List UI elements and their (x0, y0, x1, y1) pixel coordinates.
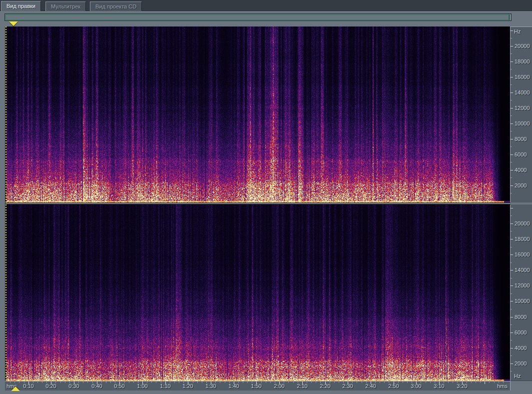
time-unit-label-right: hms (497, 383, 508, 389)
range-bar-track[interactable] (4, 14, 512, 21)
selection-edge-line-right-channel[interactable] (5, 204, 6, 381)
time-tick (489, 382, 490, 383)
time-label: 0:10 (17, 383, 39, 389)
freq-tick (511, 116, 512, 116)
freq-tick (511, 186, 513, 186)
tab-edit-view[interactable]: Вид правки (1, 1, 41, 11)
time-tick (494, 382, 495, 383)
freq-label: 16000 (515, 74, 530, 80)
freq-label: 18000 (515, 58, 530, 64)
time-label: 1:00 (131, 383, 153, 389)
freq-tick (511, 154, 513, 155)
freq-label: 12000 (515, 282, 530, 288)
freq-label: 20000 (515, 220, 530, 226)
tab-cd-project[interactable]: Вид проекта CD (90, 2, 142, 11)
selection-start-marker-top[interactable] (9, 22, 18, 26)
freq-tick (511, 46, 513, 46)
time-label: 1:30 (200, 383, 222, 389)
tab-multitrack[interactable]: Мультитрек (45, 2, 86, 11)
spectrogram-canvas-right-channel[interactable] (5, 204, 511, 381)
time-label: 0:20 (40, 383, 62, 389)
spectrogram-canvas-left-channel[interactable] (5, 26, 511, 202)
freq-tick (511, 139, 513, 140)
time-ruler[interactable]: hmshms0:100:200:300:400:501:001:101:201:… (5, 381, 511, 390)
freq-tick (511, 178, 512, 178)
freq-label: 10000 (515, 298, 530, 304)
freq-tick (511, 364, 513, 364)
freq-tick (511, 69, 512, 70)
frequency-ruler-left-channel[interactable]: Hz20004000600080001000012000140001600018… (510, 26, 532, 202)
freq-label: 18000 (515, 236, 530, 242)
freq-tick (511, 294, 512, 294)
selection-edge-line-left-channel[interactable] (5, 26, 6, 202)
time-label: 2:40 (360, 383, 382, 389)
freq-label: 16000 (515, 252, 530, 258)
time-label: 1:10 (154, 383, 176, 389)
freq-tick (511, 92, 513, 93)
freq-label: 10000 (515, 120, 530, 126)
freq-tick (511, 146, 512, 147)
time-label: 2:20 (314, 383, 336, 389)
freq-label: 6000 (515, 152, 527, 158)
freq-tick (511, 77, 513, 78)
freq-tick (511, 208, 513, 208)
freq-tick (511, 100, 512, 100)
time-tick (499, 382, 499, 383)
freq-tick (511, 108, 513, 108)
time-tick (485, 382, 485, 384)
freq-tick (511, 270, 513, 270)
freq-label: 2000 (515, 182, 527, 188)
freq-tick (511, 332, 513, 333)
time-label: 2:30 (337, 383, 359, 389)
range-bar[interactable] (5, 14, 509, 20)
time-label: 1:40 (223, 383, 245, 389)
time-label: 1:20 (177, 383, 199, 389)
time-tick (476, 382, 476, 383)
freq-tick (511, 162, 512, 162)
freq-tick (511, 262, 512, 263)
freq-tick (511, 317, 513, 318)
time-tick (14, 382, 15, 383)
range-bar-end-cap (509, 14, 511, 20)
freq-unit-label: Hz (514, 28, 521, 34)
time-label: 3:00 (405, 383, 427, 389)
view-tabbar: Вид правкиМультитрекВид проекта CD (0, 0, 532, 11)
time-label: 3:10 (428, 383, 450, 389)
freq-tick (511, 254, 513, 255)
freq-label: 2000 (515, 360, 527, 366)
freq-tick (511, 371, 512, 372)
time-label: 0:40 (86, 383, 108, 389)
freq-tick (511, 239, 513, 240)
freq-tick (511, 38, 512, 38)
freq-label: 12000 (515, 105, 530, 111)
frequency-ruler-right-channel[interactable]: Hz20004000600080001000012000140001600018… (510, 204, 532, 381)
time-label: 1:50 (245, 383, 267, 389)
freq-tick (511, 278, 512, 278)
time-label: 2:50 (383, 383, 405, 389)
freq-tick (511, 224, 513, 224)
freq-unit-label: Hz (514, 373, 521, 379)
freq-tick (511, 247, 512, 248)
selection-start-marker-bottom[interactable] (11, 386, 20, 391)
freq-label: 14000 (515, 90, 530, 96)
time-label: 2:10 (291, 383, 313, 389)
freq-label: 6000 (515, 330, 527, 336)
freq-tick (511, 84, 512, 85)
freq-label: 8000 (515, 136, 527, 142)
freq-tick (511, 30, 513, 31)
freq-tick (511, 131, 512, 132)
time-tick (10, 382, 10, 383)
freq-label: 4000 (515, 167, 527, 173)
freq-tick (511, 301, 513, 302)
freq-tick (511, 170, 513, 170)
freq-tick (511, 62, 513, 62)
freq-tick (511, 216, 512, 216)
freq-label: 20000 (515, 43, 530, 49)
freq-tick (511, 286, 513, 286)
time-tick (503, 382, 504, 383)
audition-window: Вид правкиМультитрекВид проекта CD Hz200… (0, 0, 532, 394)
freq-tick (511, 348, 513, 348)
time-label: 0:50 (108, 383, 130, 389)
freq-tick (511, 340, 512, 340)
time-label: 2:00 (268, 383, 290, 389)
